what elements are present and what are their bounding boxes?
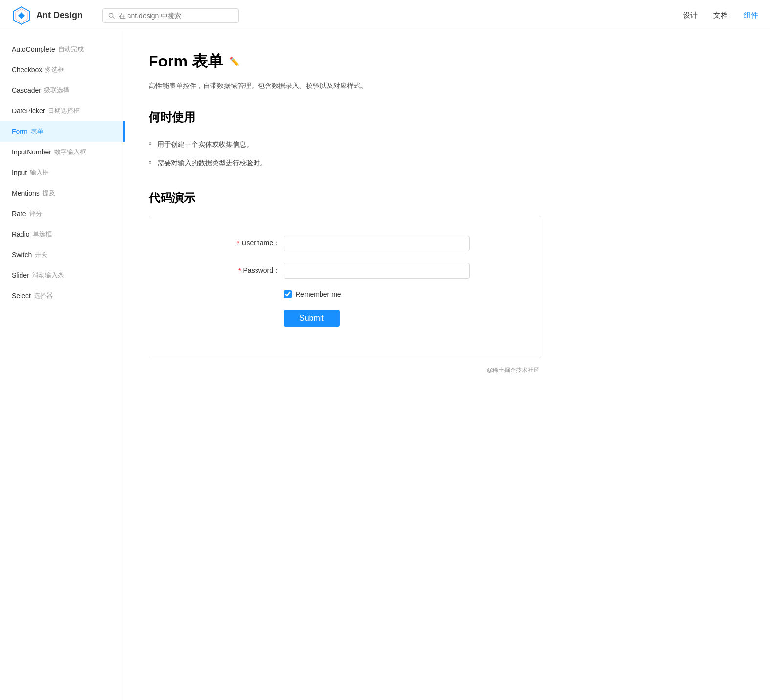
checkbox-row: Remember me [284,290,470,298]
nav-design[interactable]: 设计 [683,11,698,20]
password-label: * Password： [220,266,284,275]
sidebar-item-cascader[interactable]: Cascader 级联选择 [0,80,125,101]
list-item: 需要对输入的数据类型进行校验时。 [149,153,541,172]
username-field-wrapper [284,236,470,251]
watermark: @稀土掘金技术社区 [149,366,541,374]
submit-button[interactable]: Submit [284,310,340,327]
sidebar-item-radio[interactable]: Radio 单选框 [0,224,125,244]
username-input[interactable] [284,236,470,251]
required-star-password: * [238,267,241,275]
bullet-list: 用于创建一个实体或收集信息。 需要对输入的数据类型进行校验时。 [149,135,541,173]
sidebar-item-form[interactable]: Form 表单 [0,121,125,142]
page-title-row: Form 表单 ✏️ [149,51,541,72]
page-description: 高性能表单控件，自带数据域管理。包含数据录入、校验以及对应样式。 [149,80,541,92]
logo-text: Ant Design [36,10,83,21]
edit-icon[interactable]: ✏️ [229,56,240,67]
nav-components[interactable]: 组件 [744,11,758,20]
ant-design-logo-icon [12,6,31,25]
main-content: Form 表单 ✏️ 高性能表单控件，自带数据域管理。包含数据录入、校验以及对应… [125,31,565,700]
demo-card: * Username： * Password： [149,216,541,358]
submit-wrapper: Submit [284,310,470,327]
sidebar-item-datepicker[interactable]: DatePicker 日期选择框 [0,101,125,121]
required-star-username: * [237,240,239,247]
search-icon [108,12,115,19]
sidebar-item-select[interactable]: Select 选择器 [0,285,125,306]
sidebar-item-checkbox[interactable]: Checkbox 多选框 [0,60,125,80]
sidebar-item-mentions[interactable]: Mentions 提及 [0,183,125,203]
sidebar-item-rate[interactable]: Rate 评分 [0,203,125,224]
submit-row: Submit [161,310,529,327]
nav-links: 设计 文档 组件 [683,11,758,20]
sidebar-item-input[interactable]: Input 输入框 [0,162,125,183]
password-input[interactable] [284,263,470,279]
bullet-dot-icon [149,161,151,164]
demo-section-title: 代码演示 [149,190,541,206]
layout: AutoComplete 自动完成 Checkbox 多选框 Cascader … [0,31,770,700]
remember-me-label[interactable]: Remember me [296,290,341,298]
password-field-wrapper [284,263,470,279]
sidebar-item-slider[interactable]: Slider 滑动输入条 [0,265,125,285]
header: Ant Design 设计 文档 组件 [0,0,770,31]
username-label: * Username： [220,239,284,248]
logo-area: Ant Design [12,6,83,25]
list-item: 用于创建一个实体或收集信息。 [149,135,541,153]
remember-me-row: Remember me [161,290,529,298]
sidebar-item-inputnumber[interactable]: InputNumber 数字输入框 [0,142,125,162]
svg-rect-1 [18,12,25,19]
page-title: Form 表单 [149,51,223,72]
sidebar-item-autocomplete[interactable]: AutoComplete 自动完成 [0,39,125,60]
when-to-use-title: 何时使用 [149,109,541,125]
remember-me-checkbox[interactable] [284,290,292,298]
bullet-dot-icon [149,142,151,145]
sidebar: AutoComplete 自动完成 Checkbox 多选框 Cascader … [0,31,125,700]
remember-me-wrapper: Remember me [284,290,470,298]
username-row: * Username： [161,236,529,251]
form-container: * Username： * Password： [161,236,529,327]
sidebar-item-switch[interactable]: Switch 开关 [0,244,125,265]
search-input[interactable] [119,12,233,20]
svg-line-4 [113,17,114,18]
password-row: * Password： [161,263,529,279]
search-box[interactable] [102,8,239,23]
nav-docs[interactable]: 文档 [713,11,728,20]
